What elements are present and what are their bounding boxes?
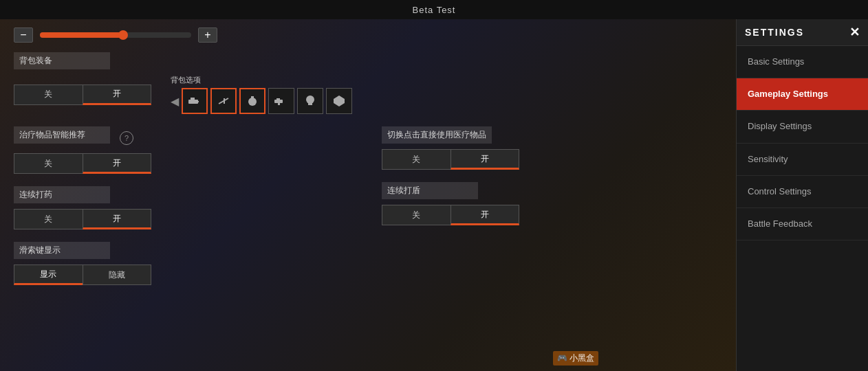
left-col: 治疗物品智能推荐 ? 关 开 连续打药 关 开 xyxy=(14,126,354,297)
svg-rect-9 xyxy=(278,103,280,105)
svg-rect-2 xyxy=(196,101,199,102)
slider-plus-button[interactable]: + xyxy=(198,27,217,43)
backpack-toggle: 关 开 xyxy=(14,85,151,105)
sidebar-item-control[interactable]: Control Settings xyxy=(737,176,868,208)
slider-fill xyxy=(40,32,123,38)
svg-point-10 xyxy=(306,95,314,104)
backpack-icon-6[interactable] xyxy=(326,88,352,114)
backpack-popup-title: 背包选项 xyxy=(171,75,352,85)
heal-right-toggle: 关 开 xyxy=(382,149,519,170)
sidebar-item-battle[interactable]: Battle Feedback xyxy=(737,208,868,240)
grenade-icon xyxy=(244,93,261,109)
main-area: − + 背包装备 关 开 背包选项 ◀ xyxy=(0,19,868,371)
watermark: 🎮 小黑盒 xyxy=(553,351,598,366)
backpack-icon-3[interactable] xyxy=(239,88,265,114)
scroll-section: 滑索键显示 显示 隐藏 xyxy=(14,242,354,285)
backpack-title: 背包装备 xyxy=(14,52,110,69)
medicine-off-btn[interactable]: 关 xyxy=(14,209,83,229)
scroll-show-btn[interactable]: 显示 xyxy=(14,265,83,285)
svg-rect-6 xyxy=(251,96,254,99)
backpack-popup-container: 背包选项 ◀ xyxy=(171,75,352,114)
heal-off-btn[interactable]: 关 xyxy=(14,153,83,174)
heal-toggle: 关 开 xyxy=(14,153,151,174)
svg-rect-13 xyxy=(311,98,312,100)
close-button[interactable]: ✕ xyxy=(849,25,860,40)
svg-rect-11 xyxy=(308,103,312,105)
watermark-box: 🎮 小黑盒 xyxy=(553,351,598,366)
backpack-icon-4[interactable] xyxy=(268,88,294,114)
top-bar: Beta Test xyxy=(0,0,868,19)
heal-section: 治疗物品智能推荐 ? 关 开 xyxy=(14,126,354,174)
shield-title: 连续打盾 xyxy=(382,182,478,199)
heal-right-on-btn[interactable]: 开 xyxy=(451,149,520,170)
backpack-popup: ◀ xyxy=(171,88,352,114)
svg-marker-14 xyxy=(334,95,345,106)
top-bar-title: Beta Test xyxy=(413,5,456,15)
sidebar-item-sensitivity[interactable]: Sensitivity xyxy=(737,144,868,176)
medicine-on-btn[interactable]: 开 xyxy=(83,209,152,229)
slider-minus-button[interactable]: − xyxy=(14,27,33,43)
blade-icon xyxy=(215,93,232,109)
shield-toggle: 关 开 xyxy=(382,205,519,225)
gun-icon xyxy=(186,93,203,109)
backpack-icon-2[interactable] xyxy=(210,88,237,114)
slider-thumb xyxy=(118,30,128,40)
backpack-icon-1[interactable] xyxy=(182,88,208,114)
medicine-section: 连续打药 关 开 xyxy=(14,186,354,229)
backpack-icons-row xyxy=(182,88,352,114)
sidebar-header: SETTINGS ✕ xyxy=(737,19,868,46)
gem-icon xyxy=(331,93,347,109)
sidebar-title: SETTINGS xyxy=(745,27,804,38)
medicine-title: 连续打药 xyxy=(14,186,110,203)
medicine-toggle: 关 开 xyxy=(14,209,151,229)
heal-on-btn[interactable]: 开 xyxy=(83,153,152,174)
content-panel: − + 背包装备 关 开 背包选项 ◀ xyxy=(0,19,736,371)
sidebar: SETTINGS ✕ Basic Settings Gameplay Setti… xyxy=(736,19,868,371)
scroll-title: 滑索键显示 xyxy=(14,242,110,259)
right-col: 切换点击直接使用医疗物品 关 开 连续打盾 关 开 xyxy=(382,126,722,297)
backpack-section: 背包装备 关 开 背包选项 ◀ xyxy=(14,52,722,114)
heal-right-off-btn[interactable]: 关 xyxy=(382,149,451,170)
sidebar-item-gameplay[interactable]: Gameplay Settings xyxy=(737,78,868,111)
shield-on-btn[interactable]: 开 xyxy=(451,205,520,225)
skull-icon xyxy=(302,93,318,109)
volume-slider[interactable] xyxy=(40,32,191,38)
heal-right-title: 切换点击直接使用医疗物品 xyxy=(382,126,492,144)
heal-title-row: 治疗物品智能推荐 ? xyxy=(14,126,354,149)
watermark-text: 小黑盒 xyxy=(569,353,594,363)
watermark-icon: 🎮 xyxy=(557,353,567,363)
svg-rect-1 xyxy=(191,98,195,100)
two-col-layout: 治疗物品智能推荐 ? 关 开 连续打药 关 开 xyxy=(14,126,722,297)
backpack-off-btn[interactable]: 关 xyxy=(14,85,83,105)
heal-question-icon[interactable]: ? xyxy=(120,131,133,145)
svg-rect-4 xyxy=(224,98,225,104)
svg-rect-8 xyxy=(276,98,280,100)
svg-rect-12 xyxy=(308,98,310,100)
slider-row: − + xyxy=(14,27,722,43)
scroll-hide-btn[interactable]: 隐藏 xyxy=(83,265,152,285)
backpack-arrow-left[interactable]: ◀ xyxy=(171,95,179,108)
heal-right-section: 切换点击直接使用医疗物品 关 开 xyxy=(382,126,722,170)
scroll-toggle: 显示 隐藏 xyxy=(14,265,151,285)
sidebar-item-display[interactable]: Display Settings xyxy=(737,111,868,143)
pistol-icon xyxy=(273,93,290,109)
backpack-on-btn[interactable]: 开 xyxy=(83,85,152,105)
sidebar-item-basic[interactable]: Basic Settings xyxy=(737,46,868,78)
shield-section: 连续打盾 关 开 xyxy=(382,182,722,225)
shield-off-btn[interactable]: 关 xyxy=(382,205,451,225)
backpack-icon-5[interactable] xyxy=(297,88,323,114)
heal-title: 治疗物品智能推荐 xyxy=(14,126,110,144)
